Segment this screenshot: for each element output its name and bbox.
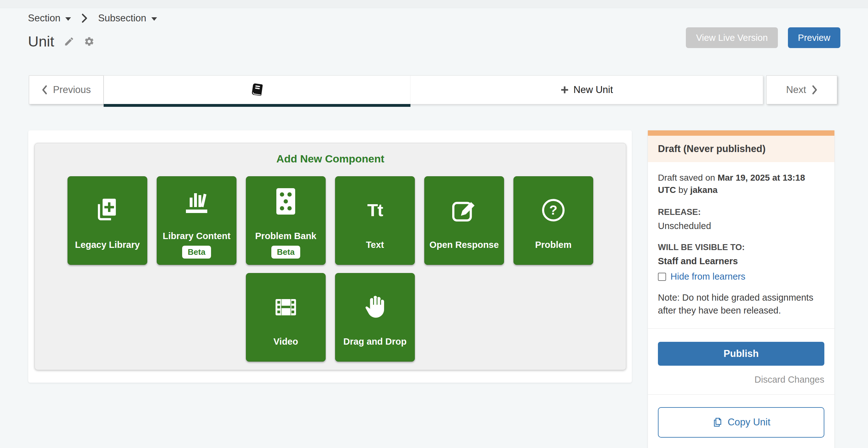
- problem-icon: ?: [539, 191, 568, 229]
- discard-changes-link[interactable]: Discard Changes: [755, 375, 824, 385]
- add-text-button[interactable]: Tt Text: [335, 176, 415, 265]
- draft-accent-bar: [648, 130, 834, 136]
- next-button[interactable]: Next: [766, 76, 837, 104]
- component-row-2: Video Drag and Drop: [35, 273, 626, 362]
- breadcrumb-subsection-dropdown[interactable]: Subsection: [98, 12, 157, 24]
- component-label: Problem Bank: [255, 231, 316, 241]
- component-label: Drag and Drop: [343, 336, 406, 347]
- new-unit-label: New Unit: [574, 84, 613, 95]
- hide-from-learners-row: Hide from learners: [658, 271, 824, 282]
- new-unit-button[interactable]: New Unit: [410, 76, 763, 104]
- gear-icon: [84, 36, 95, 47]
- add-drag-and-drop-button[interactable]: Drag and Drop: [335, 273, 415, 362]
- page-title: Unit: [28, 33, 54, 50]
- header-actions: View Live Version Preview: [686, 27, 840, 48]
- draft-saved-line: Draft saved on Mar 19, 2025 at 13:18 UTC…: [658, 172, 824, 196]
- preview-button[interactable]: Preview: [788, 27, 840, 48]
- open-response-icon: [450, 191, 478, 229]
- library-content-icon: [182, 182, 212, 220]
- previous-label: Previous: [53, 84, 91, 95]
- component-label: Text: [366, 240, 384, 250]
- component-label: Problem: [535, 240, 571, 250]
- copy-unit-button[interactable]: Copy Unit: [658, 407, 824, 438]
- caret-down-icon: [151, 17, 157, 21]
- sequence-nav: Previous New Unit Next: [29, 76, 837, 104]
- component-label: Open Response: [430, 240, 499, 250]
- chevron-right-icon: [81, 13, 88, 24]
- breadcrumb-subsection-label: Subsection: [98, 12, 146, 24]
- caret-down-icon: [65, 17, 71, 21]
- add-problem-bank-button[interactable]: Problem Bank Beta: [246, 176, 326, 265]
- top-strip: [0, 0, 868, 8]
- previous-button[interactable]: Previous: [29, 76, 104, 104]
- breadcrumb-section-label: Section: [28, 12, 60, 24]
- book-icon: [249, 82, 266, 98]
- add-library-content-button[interactable]: Library Content Beta: [157, 176, 237, 265]
- discard-section: Discard Changes: [648, 366, 834, 394]
- legacy-library-icon: [93, 191, 122, 229]
- release-label: RELEASE:: [658, 207, 824, 217]
- publish-button[interactable]: Publish: [658, 342, 824, 366]
- add-open-response-button[interactable]: Open Response: [424, 176, 504, 265]
- add-new-component-panel: Add New Component Legacy Library: [35, 143, 626, 370]
- release-value: Unscheduled: [658, 221, 824, 231]
- edit-title-button[interactable]: [64, 36, 74, 47]
- pencil-icon: [64, 36, 74, 47]
- next-label: Next: [786, 84, 806, 95]
- page-header: Section Subsection Unit: [28, 12, 157, 50]
- sequence-strip: New Unit: [104, 76, 763, 104]
- unit-settings-button[interactable]: [84, 36, 95, 47]
- beta-badge: Beta: [271, 246, 300, 259]
- beta-badge: Beta: [182, 246, 211, 259]
- visibility-value: Staff and Learners: [658, 256, 824, 266]
- text-icon: Tt: [367, 191, 383, 229]
- problem-bank-icon: [271, 182, 301, 220]
- add-legacy-library-button[interactable]: Legacy Library: [67, 176, 147, 265]
- plus-icon: [560, 85, 569, 94]
- graded-assignments-note: Note: Do not hide graded assignments aft…: [658, 291, 824, 328]
- publish-section: Publish: [648, 329, 834, 366]
- video-icon: [271, 288, 300, 326]
- unit-content-card: Add New Component Legacy Library: [28, 130, 632, 383]
- hide-from-learners-checkbox[interactable]: [658, 273, 666, 281]
- visibility-label: WILL BE VISIBLE TO:: [658, 242, 824, 252]
- add-component-title: Add New Component: [35, 153, 626, 165]
- draft-saved-author: jakana: [690, 185, 718, 195]
- title-row: Unit: [28, 33, 157, 50]
- view-live-version-button[interactable]: View Live Version: [686, 27, 778, 48]
- chevron-right-icon: [812, 85, 817, 95]
- component-row-1: Legacy Library Library Content Beta: [35, 176, 626, 265]
- svg-text:?: ?: [549, 203, 557, 217]
- hide-from-learners-label[interactable]: Hide from learners: [671, 271, 746, 282]
- publish-sidebar: Draft (Never published) Draft saved on M…: [648, 130, 834, 448]
- chevron-left-icon: [42, 85, 48, 95]
- breadcrumb: Section Subsection: [28, 12, 157, 24]
- component-label: Legacy Library: [75, 240, 140, 250]
- component-label: Library Content: [163, 231, 230, 241]
- drag-and-drop-icon: [362, 288, 388, 326]
- component-label: Video: [274, 336, 298, 347]
- copy-unit-section: Copy Unit: [648, 395, 834, 448]
- breadcrumb-section-dropdown[interactable]: Section: [28, 12, 71, 24]
- draft-status-title: Draft (Never published): [648, 136, 834, 162]
- add-problem-button[interactable]: ? Problem: [514, 176, 593, 265]
- add-video-button[interactable]: Video: [246, 273, 326, 362]
- copy-icon: [712, 417, 722, 427]
- sidebar-body: Draft saved on Mar 19, 2025 at 13:18 UTC…: [648, 162, 834, 328]
- copy-unit-label: Copy Unit: [727, 417, 770, 428]
- unit-tab-active[interactable]: [104, 76, 410, 104]
